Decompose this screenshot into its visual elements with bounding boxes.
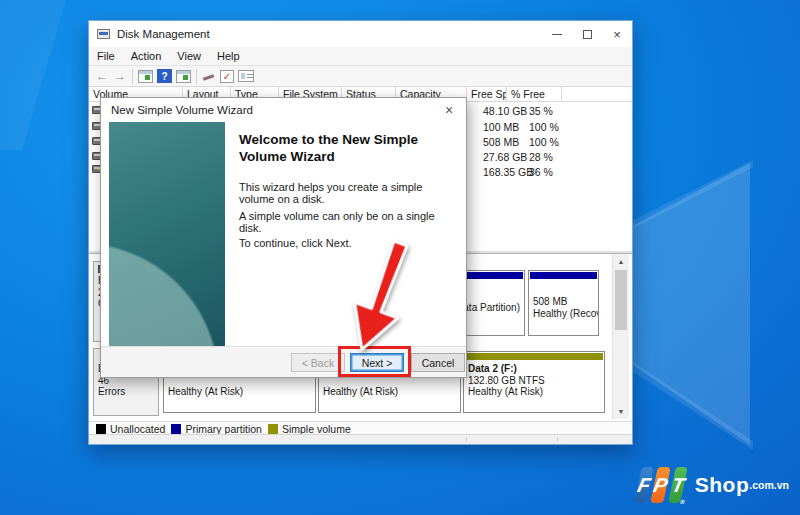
logo-suffix-text: .com.vn <box>749 479 789 491</box>
primary-partition-stripe <box>530 272 597 279</box>
toolbar-separator <box>132 69 133 84</box>
fpt-letter-t: T ® <box>668 467 688 503</box>
fpt-shop-logo: F P T ® Shop .com.vn <box>638 462 788 508</box>
action-tool-icon[interactable] <box>202 70 216 83</box>
pct-free-value: 35 % <box>529 105 553 117</box>
free-space-value: 48.10 GB <box>483 105 527 117</box>
new-simple-volume-wizard-dialog: New Simple Volume Wizard × Welcome to th… <box>100 97 467 378</box>
properties-icon[interactable] <box>238 70 254 82</box>
primary-partition-swatch <box>171 424 181 434</box>
legend-item: Unallocated <box>96 423 165 435</box>
wizard-banner-graphic <box>109 122 225 348</box>
registered-mark: ® <box>679 499 685 505</box>
wizard-body-line: A simple volume can only be on a single … <box>239 210 459 234</box>
legend-label: Simple volume <box>282 423 351 435</box>
pct-free-value: 36 % <box>529 166 553 178</box>
free-space-value: 168.35 GB <box>483 166 533 178</box>
partition-status: Healthy (At Risk) <box>323 386 398 397</box>
simple-volume-stripe <box>465 353 603 360</box>
legend-bar: Unallocated Primary partition Simple vol… <box>89 421 632 435</box>
simple-volume-swatch <box>268 424 278 434</box>
back-icon[interactable]: ← <box>93 68 111 85</box>
wizard-body-line: To continue, click Next. <box>239 237 459 249</box>
disk1-partition-3[interactable]: Data 2 (F:) 132.80 GB NTFS Healthy (At R… <box>463 351 605 413</box>
menu-bar: File Action View Help <box>89 47 632 66</box>
pct-free-value: 100 % <box>529 136 559 148</box>
scroll-down-icon[interactable]: ▼ <box>613 404 629 419</box>
cancel-button[interactable]: Cancel <box>411 353 465 372</box>
partition-size: 132.80 GB NTFS <box>468 375 604 387</box>
legend-label: Primary partition <box>185 423 261 435</box>
wizard-close-icon[interactable]: × <box>432 98 466 122</box>
check-disk-icon[interactable]: ✓ <box>220 70 234 83</box>
menu-help[interactable]: Help <box>209 48 248 64</box>
legend-label: Unallocated <box>110 423 165 435</box>
free-space-value: 508 MB <box>483 136 519 148</box>
console-window-icon[interactable] <box>138 70 153 83</box>
logo-shop-text: Shop <box>695 473 750 497</box>
scrollbar-thumb[interactable] <box>615 270 627 330</box>
scroll-up-icon[interactable]: ▲ <box>613 254 629 269</box>
menu-view[interactable]: View <box>169 48 209 64</box>
free-space-value: 100 MB <box>483 121 519 133</box>
help-icon[interactable]: ? <box>157 69 172 83</box>
wizard-title: New Simple Volume Wizard <box>111 104 253 116</box>
title-bar: Disk Management × <box>89 21 632 47</box>
menu-action[interactable]: Action <box>123 48 170 64</box>
wizard-title-bar: New Simple Volume Wizard × <box>101 98 466 122</box>
disk0-partition-2[interactable]: 508 MB Healthy (Recov <box>528 270 599 336</box>
wizard-heading: Welcome to the New Simple Volume Wizard <box>239 131 455 165</box>
unallocated-swatch <box>96 424 106 434</box>
forward-icon[interactable]: → <box>111 68 129 85</box>
console-pane-icon[interactable] <box>176 70 191 83</box>
window-title: Disk Management <box>117 28 210 40</box>
legend-item: Primary partition <box>171 423 261 435</box>
partition-status: Healthy (At Risk) <box>168 386 243 397</box>
wizard-body-line: This wizard helps you create a simple vo… <box>239 181 459 205</box>
partition-name: Data 2 (F:) <box>468 363 604 375</box>
column-freespace[interactable]: Free Spa... <box>467 87 507 102</box>
toolbar-separator <box>196 69 197 84</box>
status-bar <box>89 434 632 444</box>
partition-size: 508 MB <box>533 296 598 308</box>
pct-free-value: 100 % <box>529 121 559 133</box>
minimize-button[interactable] <box>542 21 572 47</box>
disk1-status: Errors <box>98 386 158 398</box>
menu-file[interactable]: File <box>89 48 123 64</box>
maximize-button[interactable] <box>572 21 602 47</box>
close-button[interactable]: × <box>602 21 632 47</box>
column-pctfree[interactable]: % Free <box>507 87 562 102</box>
pct-free-value: 28 % <box>529 151 553 163</box>
free-space-value: 27.68 GB <box>483 151 527 163</box>
disk-management-icon <box>97 29 110 39</box>
vertical-scrollbar[interactable]: ▲ ▼ <box>612 254 629 419</box>
back-button[interactable]: < Back <box>291 353 345 372</box>
partition-status: Healthy (Recov <box>533 308 598 320</box>
wizard-button-row: < Back Next > Cancel <box>101 346 466 377</box>
partition-status: Healthy (At Risk) <box>468 386 604 398</box>
legend-item: Simple volume <box>268 423 351 435</box>
toolbar: ← → ? ✓ <box>89 66 632 87</box>
